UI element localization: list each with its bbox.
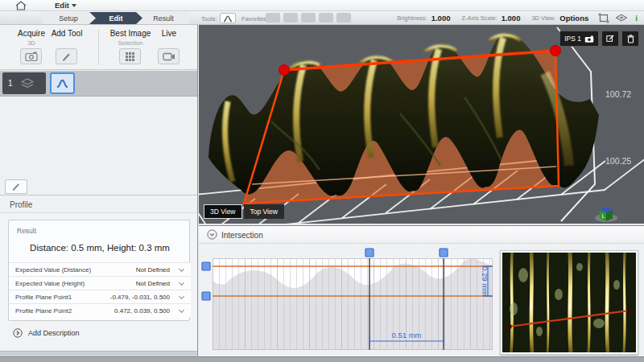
favorites-label: Favorites: [242, 15, 268, 23]
profile-curve-icon [222, 14, 233, 23]
intersection-panel: Intersection 0.5 [199, 225, 644, 356]
camera-image-frame[interactable] [500, 250, 638, 355]
row-expected-distance[interactable]: Expected Value (Distance) Not Defined [9, 262, 191, 276]
edit-tool-button[interactable] [5, 179, 27, 194]
add-tool-button[interactable] [56, 48, 77, 64]
tab-result[interactable]: Result [137, 12, 190, 24]
intersection-title: Intersection [221, 231, 263, 240]
3d-view-label: 3D View: [531, 14, 555, 22]
plane-view-button[interactable] [614, 12, 629, 23]
favorite-slot-button[interactable] [301, 13, 316, 23]
profile-panel-title: Profile [10, 200, 32, 209]
frame-icon [598, 13, 609, 23]
info-icon[interactable]: i [635, 14, 638, 23]
edit-menu-label: Edit [55, 1, 69, 10]
right-cursor-handle[interactable] [440, 249, 448, 257]
live-title: Live [151, 29, 187, 38]
best-image-button[interactable] [119, 48, 141, 64]
profile-line-endpoint-left[interactable] [506, 324, 512, 330]
main-toolbar: Setup Edit Result Tools: Favorites: Brig… [0, 11, 644, 25]
row-label: Profile Plane Point2 [15, 307, 72, 315]
favorites-row [266, 13, 354, 23]
delete-button[interactable] [621, 31, 639, 47]
caret-down-icon [72, 4, 76, 7]
panel-footer-strip [0, 351, 197, 356]
workflow-tabs: Setup Edit Result [42, 12, 190, 24]
plane-endpoint-handle-right[interactable] [551, 46, 561, 56]
lower-line-handle[interactable] [202, 292, 210, 300]
row-expected-height[interactable]: Expected Value (Height) Not Defined [9, 276, 191, 290]
row-value: -0.479, -0.031, 0.500 [110, 294, 170, 301]
menu-bar: Edit [0, 0, 644, 11]
3d-surface-scene[interactable] [199, 25, 644, 224]
fit-frame-button[interactable] [597, 12, 611, 23]
best-image-subtitle: Selection [101, 39, 159, 47]
parameter-rows: Expected Value (Distance) Not Defined Ex… [9, 262, 191, 317]
left-panel: Acquire 3D Add Tool Best Image Selection [0, 25, 198, 356]
circle-chevron-right-icon [13, 328, 23, 338]
intersection-header[interactable]: Intersection [199, 226, 644, 244]
3d-view-button[interactable]: 3D View [204, 204, 242, 219]
add-description-button[interactable]: Add Description [13, 328, 80, 338]
circle-chevron-down-icon [207, 229, 217, 240]
result-text: Distance: 0.5 mm, Height: 0.3 mm [9, 243, 191, 253]
favorite-slot-button[interactable] [336, 13, 351, 23]
acquire-ribbon: Acquire 3D Add Tool Best Image Selection [0, 25, 197, 70]
profile-line-endpoint-right[interactable] [627, 308, 633, 314]
trash-icon [627, 35, 634, 43]
z-scale-value-upper: 100.72 [605, 89, 631, 99]
3d-viewport[interactable]: 100.72 100.25 IPS 1 [199, 25, 644, 224]
row-value: Not Defined [136, 280, 170, 287]
ribbon-separator [98, 30, 99, 65]
chevron-down-icon [179, 280, 184, 286]
tab-setup[interactable]: Setup [42, 12, 95, 24]
favorite-slot-button[interactable] [266, 13, 280, 23]
top-view-button[interactable]: Top View [244, 204, 284, 219]
tools-label: Tools: [201, 15, 217, 23]
item-number: 1 [8, 79, 13, 88]
toolbar-right-group: Brightness: 1.000 Z-Axis Scale: 1.000 3D… [397, 11, 638, 24]
row-label: Expected Value (Height) [15, 280, 85, 287]
live-button[interactable] [158, 48, 180, 64]
left-cursor-handle[interactable] [365, 249, 374, 257]
orientation-gizmo[interactable]: L [589, 205, 623, 223]
row-plane-point1[interactable]: Profile Plane Point1 -0.479, -0.031, 0.5… [9, 290, 191, 303]
profile-chart[interactable] [213, 258, 493, 350]
z-axis-scale-value[interactable]: 1.000 [502, 14, 521, 23]
favorite-slot-button[interactable] [283, 13, 298, 23]
edit-export-icon [606, 34, 614, 43]
brightness-value[interactable]: 1.000 [431, 14, 451, 23]
plane-endpoint-handle-left[interactable] [279, 65, 290, 76]
row-label: Profile Plane Point1 [15, 294, 72, 301]
status-strip [0, 356, 644, 362]
profile-tool-button[interactable] [220, 13, 236, 23]
application-window: Edit Setup Edit Result Tools: Favorites:… [0, 0, 644, 362]
edit-menu[interactable]: Edit [55, 1, 76, 10]
add-description-label: Add Description [28, 329, 80, 337]
z-axis-scale-label: Z-Axis Scale: [461, 14, 497, 22]
profile-curve-icon [56, 78, 69, 88]
camera-image [502, 253, 636, 352]
tool-edit-bar [0, 178, 197, 196]
3d-view-options-button[interactable]: Options [559, 14, 588, 23]
add-tool-title: Add Tool [42, 29, 92, 38]
upper-line-handle[interactable] [202, 262, 210, 270]
row-plane-point2[interactable]: Profile Plane Point2 0.472, 0.039, 0.500 [9, 303, 191, 317]
home-icon[interactable] [14, 1, 27, 10]
pencil-icon [11, 182, 21, 191]
measurement-item-1[interactable]: 1 [2, 72, 46, 94]
profile-tool-tile-selected[interactable] [50, 72, 75, 94]
result-box: Result Distance: 0.5 mm, Height: 0.3 mm … [8, 220, 190, 321]
row-label: Expected Value (Distance) [15, 266, 91, 274]
camera-icon [25, 51, 38, 61]
ips-capture-button[interactable]: IPS 1 [559, 31, 599, 47]
ips-label: IPS 1 [564, 35, 581, 43]
acquire-button[interactable] [20, 48, 42, 64]
thumbnail-strip: 1 [0, 71, 197, 97]
view-switch: 3D View Top View [204, 204, 286, 219]
gizmo-face-label: L [602, 213, 605, 219]
chevron-down-icon [179, 307, 184, 313]
export-edit-button[interactable] [601, 31, 619, 47]
favorite-slot-button[interactable] [319, 13, 333, 23]
tab-edit[interactable]: Edit [89, 12, 142, 24]
